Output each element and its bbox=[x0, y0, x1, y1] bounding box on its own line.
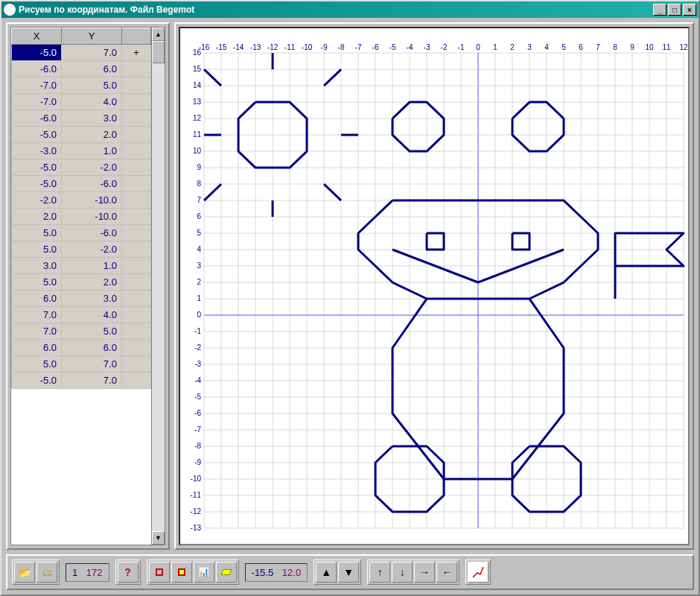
cell-y[interactable]: 7.0 bbox=[62, 372, 122, 389]
cell-mark[interactable] bbox=[121, 340, 150, 356]
cell-mark[interactable] bbox=[121, 61, 150, 77]
table-row[interactable]: 7.04.0 bbox=[12, 307, 151, 323]
chart-button[interactable]: 📊 bbox=[194, 562, 214, 583]
cell-mark[interactable] bbox=[121, 127, 150, 143]
cell-y[interactable]: 7.0 bbox=[62, 356, 122, 372]
table-row[interactable]: -7.04.0 bbox=[12, 94, 151, 110]
cell-x[interactable]: -2.0 bbox=[12, 192, 62, 209]
cell-mark[interactable] bbox=[121, 77, 150, 94]
table-scrollbar[interactable]: ▲ ▼ bbox=[151, 28, 165, 545]
cell-x[interactable]: -5.0 bbox=[12, 127, 62, 143]
cell-y[interactable]: 2.0 bbox=[62, 274, 122, 291]
scroll-track[interactable] bbox=[152, 41, 165, 531]
cell-mark[interactable] bbox=[121, 291, 150, 307]
table-row[interactable]: 5.02.0 bbox=[12, 274, 151, 291]
open-button[interactable]: 📂 bbox=[14, 562, 35, 583]
cell-x[interactable]: 2.0 bbox=[12, 209, 62, 225]
cell-y[interactable]: 4.0 bbox=[62, 307, 122, 323]
cell-x[interactable]: -6.0 bbox=[12, 61, 62, 77]
scroll-up-button[interactable]: ▲ bbox=[152, 28, 165, 41]
cell-x[interactable]: 6.0 bbox=[12, 291, 62, 307]
close-button[interactable]: × bbox=[683, 4, 696, 16]
cell-mark[interactable] bbox=[121, 143, 150, 159]
maximize-button[interactable]: □ bbox=[668, 4, 681, 16]
cell-mark[interactable] bbox=[121, 192, 150, 209]
table-row[interactable]: 7.05.0 bbox=[12, 323, 151, 340]
table-row[interactable]: -7.05.0 bbox=[12, 77, 151, 94]
cell-y[interactable]: -6.0 bbox=[62, 176, 122, 192]
cell-mark[interactable] bbox=[121, 94, 150, 110]
cell-y[interactable]: -10.0 bbox=[62, 192, 122, 209]
col-y-header[interactable]: Y bbox=[62, 28, 122, 45]
cell-mark[interactable]: + bbox=[121, 45, 150, 61]
table-row[interactable]: 2.0-10.0 bbox=[12, 209, 151, 225]
cell-mark[interactable] bbox=[121, 110, 150, 127]
table-row[interactable]: 5.07.0 bbox=[12, 356, 151, 372]
table-row[interactable]: -5.07.0+ bbox=[12, 45, 151, 61]
erase-button[interactable] bbox=[216, 562, 237, 583]
cell-y[interactable]: 6.0 bbox=[62, 61, 122, 77]
cell-mark[interactable] bbox=[121, 159, 150, 176]
scroll-thumb[interactable] bbox=[152, 41, 165, 63]
table-row[interactable]: -2.0-10.0 bbox=[12, 192, 151, 209]
cell-x[interactable]: 5.0 bbox=[12, 225, 62, 241]
table-row[interactable]: -5.02.0 bbox=[12, 127, 151, 143]
cell-mark[interactable] bbox=[121, 356, 150, 372]
plot-button[interactable] bbox=[468, 562, 489, 583]
table-row[interactable]: -5.0-6.0 bbox=[12, 176, 151, 192]
arrow-down-button[interactable]: ↓ bbox=[392, 562, 413, 583]
arrow-up-button[interactable]: ↑ bbox=[369, 562, 390, 583]
table-row[interactable]: 5.0-6.0 bbox=[12, 225, 151, 241]
cell-y[interactable]: 4.0 bbox=[62, 94, 122, 110]
cell-y[interactable]: -2.0 bbox=[62, 241, 122, 258]
cell-x[interactable]: 3.0 bbox=[12, 258, 62, 274]
cell-mark[interactable] bbox=[121, 225, 150, 241]
cell-x[interactable]: 5.0 bbox=[12, 356, 62, 372]
table-row[interactable]: 3.01.0 bbox=[12, 258, 151, 274]
cell-mark[interactable] bbox=[121, 274, 150, 291]
cell-x[interactable]: 5.0 bbox=[12, 274, 62, 291]
cell-x[interactable]: 6.0 bbox=[12, 340, 62, 356]
col-mark-header[interactable] bbox=[121, 28, 150, 45]
cell-x[interactable]: -7.0 bbox=[12, 94, 62, 110]
table-row[interactable]: -6.03.0 bbox=[12, 110, 151, 127]
cell-x[interactable]: 7.0 bbox=[12, 323, 62, 340]
cell-x[interactable]: -5.0 bbox=[12, 176, 62, 192]
table-row[interactable]: 6.03.0 bbox=[12, 291, 151, 307]
cell-y[interactable]: -6.0 bbox=[62, 225, 122, 241]
cell-mark[interactable] bbox=[121, 209, 150, 225]
cell-y[interactable]: 1.0 bbox=[62, 143, 122, 159]
minimize-button[interactable]: _ bbox=[653, 4, 666, 16]
cell-mark[interactable] bbox=[121, 176, 150, 192]
open-multi-button[interactable]: 🗂 bbox=[36, 562, 57, 583]
drawing-canvas[interactable]: -16-15-14-13-12-11-10-9-8-7-6-5-4-3-2-10… bbox=[179, 27, 690, 545]
cell-y[interactable]: 3.0 bbox=[62, 110, 122, 127]
record-button[interactable] bbox=[171, 562, 192, 583]
cell-mark[interactable] bbox=[121, 241, 150, 258]
cell-x[interactable]: 7.0 bbox=[12, 307, 62, 323]
cell-mark[interactable] bbox=[121, 372, 150, 389]
cell-y[interactable]: 3.0 bbox=[62, 291, 122, 307]
arrow-right-button[interactable]: → bbox=[414, 562, 435, 583]
table-row[interactable]: 6.06.0 bbox=[12, 340, 151, 356]
table-row[interactable]: -6.06.0 bbox=[12, 61, 151, 77]
cell-y[interactable]: -2.0 bbox=[62, 159, 122, 176]
table-row[interactable]: -3.01.0 bbox=[12, 143, 151, 159]
cell-x[interactable]: -5.0 bbox=[12, 372, 62, 389]
cell-x[interactable]: -5.0 bbox=[12, 45, 62, 61]
cell-y[interactable]: -10.0 bbox=[62, 209, 122, 225]
step-down-button[interactable]: ▼ bbox=[338, 562, 359, 583]
stop-button[interactable] bbox=[149, 562, 170, 583]
col-x-header[interactable]: X bbox=[12, 28, 62, 45]
cell-y[interactable]: 2.0 bbox=[62, 127, 122, 143]
help-button[interactable]: ? bbox=[118, 562, 139, 583]
cell-y[interactable]: 5.0 bbox=[62, 77, 122, 94]
table-row[interactable]: -5.0-2.0 bbox=[12, 159, 151, 176]
cell-x[interactable]: -6.0 bbox=[12, 110, 62, 127]
cell-x[interactable]: -5.0 bbox=[12, 159, 62, 176]
table-row[interactable]: 5.0-2.0 bbox=[12, 241, 151, 258]
cell-y[interactable]: 7.0 bbox=[62, 45, 122, 61]
cell-mark[interactable] bbox=[121, 323, 150, 340]
table-row[interactable]: -5.07.0 bbox=[12, 372, 151, 389]
step-up-button[interactable]: ▲ bbox=[316, 562, 337, 583]
